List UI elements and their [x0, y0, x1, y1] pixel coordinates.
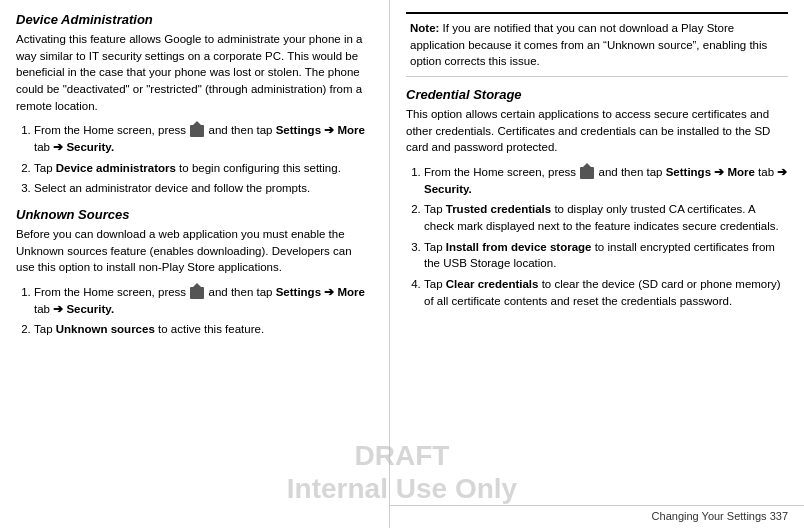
credential-step-1: From the Home screen, press and then tap…	[424, 164, 788, 197]
credential-step-3: Tap Install from device storage to insta…	[424, 239, 788, 272]
footer-line	[390, 505, 804, 506]
unknown-sources-section: Unknown Sources Before you can download …	[16, 207, 373, 338]
note-label: Note:	[410, 22, 443, 34]
device-administration-list: From the Home screen, press and then tap…	[16, 122, 373, 197]
note-box: Note: If you are notified that you can n…	[406, 12, 788, 77]
device-admin-step-2: Tap Device administrators to begin confi…	[34, 160, 373, 177]
credential-storage-section: Credential Storage This option allows ce…	[406, 87, 788, 309]
clear-credentials-label: Clear credentials	[446, 278, 539, 290]
right-column: Note: If you are notified that you can n…	[390, 0, 804, 528]
unknown-sources-list: From the Home screen, press and then tap…	[16, 284, 373, 338]
note-body: If you are notified that you can not dow…	[410, 22, 767, 67]
trusted-credentials-label: Trusted credentials	[446, 203, 551, 215]
home-icon-3	[580, 167, 594, 179]
page-container: Device Administration Activating this fe…	[0, 0, 804, 528]
settings-label-1: Settings ➔ More	[276, 124, 365, 136]
device-administration-body: Activating this feature allows Google to…	[16, 31, 373, 114]
left-column: Device Administration Activating this fe…	[0, 0, 390, 528]
security-label-2: ➔ Security.	[53, 303, 114, 315]
install-from-device-label: Install from device storage	[446, 241, 592, 253]
device-admin-step-1: From the Home screen, press and then tap…	[34, 122, 373, 155]
footer-text: Changing Your Settings 337	[652, 510, 788, 522]
unknown-sources-body: Before you can download a web applicatio…	[16, 226, 373, 276]
home-icon-2	[190, 287, 204, 299]
device-admin-step-3: Select an administrator device and follo…	[34, 180, 373, 197]
settings-label-3: Settings ➔ More	[666, 166, 755, 178]
credential-step-4: Tap Clear credentials to clear the devic…	[424, 276, 788, 309]
unknown-sources-label: Unknown sources	[56, 323, 155, 335]
unknown-sources-step-2: Tap Unknown sources to active this featu…	[34, 321, 373, 338]
device-administration-title: Device Administration	[16, 12, 373, 27]
credential-step-2: Tap Trusted credentials to display only …	[424, 201, 788, 234]
footer: Changing Your Settings 337	[652, 510, 788, 522]
home-icon-1	[190, 125, 204, 137]
credential-storage-body: This option allows certain applications …	[406, 106, 788, 156]
device-administrators-label: Device administrators	[56, 162, 176, 174]
settings-label-2: Settings ➔ More	[276, 286, 365, 298]
unknown-sources-step-1: From the Home screen, press and then tap…	[34, 284, 373, 317]
security-label-1: ➔ Security.	[53, 141, 114, 153]
unknown-sources-title: Unknown Sources	[16, 207, 373, 222]
device-administration-section: Device Administration Activating this fe…	[16, 12, 373, 197]
credential-storage-title: Credential Storage	[406, 87, 788, 102]
credential-storage-list: From the Home screen, press and then tap…	[406, 164, 788, 309]
